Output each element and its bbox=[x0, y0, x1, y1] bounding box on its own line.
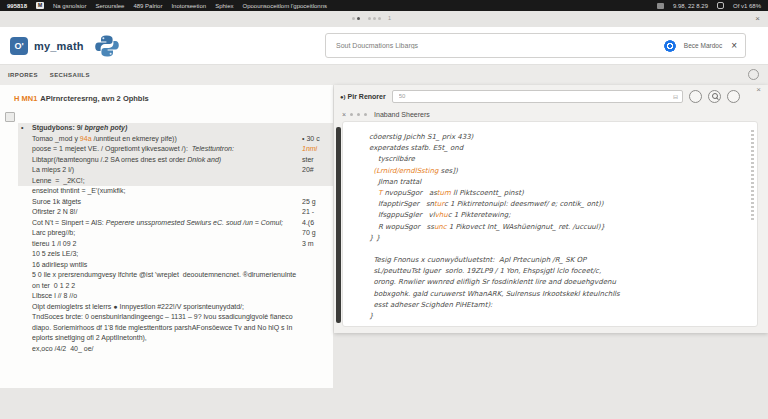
python-logo-icon bbox=[94, 34, 120, 58]
code-line: } bbox=[369, 311, 749, 322]
code-line: IfsgppuSgler vlvhuc 1 Pikteretewing; bbox=[369, 210, 749, 221]
code-line: } } bbox=[369, 233, 749, 244]
code-line: sL/peutteuTst lguer sorlo. 19ZLP9 / 1 Yo… bbox=[369, 266, 749, 277]
code-line: (Lrnird/erndlSsting ses]) bbox=[369, 166, 749, 177]
menubar-status: Of v1 68% bbox=[733, 3, 761, 9]
menubar-clock: 9.98, 22 8.29 bbox=[673, 3, 708, 9]
code-line: T nvopuSgor astum ll Piktscoentt_ pinst) bbox=[369, 188, 749, 199]
code-line: tiereu 1 /l 09 23 m bbox=[18, 239, 333, 250]
code-line: 5 0 lle x prersrendumgvesy lfchrte @ist … bbox=[18, 270, 333, 281]
renderer-subheader: × Inaband Sheerers bbox=[334, 107, 768, 121]
gutter-square-icon[interactable] bbox=[5, 112, 15, 122]
window-dot-icon bbox=[364, 113, 367, 116]
card-scrollbar[interactable] bbox=[751, 130, 754, 222]
screen: 995818 M Na gsnolsior Serourslee 489 Pal… bbox=[0, 0, 768, 419]
tab-right[interactable]: SECHSAIILS bbox=[50, 72, 90, 78]
lock-icon bbox=[717, 2, 724, 9]
clock-icon bbox=[657, 3, 664, 9]
doc-heading-text: APlrnrcteresrng, avn 2 Ophbls bbox=[40, 94, 148, 103]
code-line: Cot N't = Sinpert = AlS: Peperere unsspr… bbox=[18, 218, 333, 229]
renderer-panel: × ●) Pir Renorer ⊟ × Inaband Sheerers cö… bbox=[334, 85, 768, 333]
menu-item-5[interactable]: Opoounsoceitlom l'gpoceitlonns bbox=[242, 3, 327, 9]
menubar-id: 995818 bbox=[7, 3, 27, 9]
right-panel-code: cöoerstig Jpichh S1_ prix 433)experatdes… bbox=[369, 132, 749, 322]
code-line: IfapptirSger snturc 1 Piktirretonuipl: d… bbox=[369, 199, 749, 210]
input-grip-icon: ⊟ bbox=[673, 93, 678, 100]
code-line: tyscrilbáre bbox=[369, 154, 749, 165]
code-line: poose = 1 mejeet VE. / Ogpretiomt ylkves… bbox=[18, 144, 333, 155]
renderer-toolbar: ●) Pir Renorer ⊟ bbox=[334, 85, 768, 107]
menu-item-3[interactable]: Inotorseetion bbox=[171, 3, 206, 9]
app-icon[interactable]: M bbox=[36, 2, 44, 9]
refresh-icon[interactable] bbox=[748, 69, 759, 80]
code-line: Olpt demiogletrs st lelerrs ● Innpyestlo… bbox=[18, 302, 333, 313]
code-line: R wopuSgor ssunc 1 Pikovect Int_ WAshüen… bbox=[369, 222, 749, 233]
doc-search-box: Bece Mardoc × bbox=[325, 33, 746, 58]
code-line: 16 adirliesp wntlis bbox=[18, 260, 333, 271]
tabstrip-close-icon[interactable]: × bbox=[755, 14, 760, 24]
doc-heading: H MN1 APlrnrcteresrng, avn 2 Ophbls bbox=[0, 85, 333, 111]
code-line: orong. Rnwlier wwnred elifligh Sr fosdin… bbox=[369, 277, 749, 288]
site-logo-badge[interactable]: O' bbox=[10, 37, 28, 55]
magnifier-icon[interactable] bbox=[708, 90, 721, 103]
renderer-search-box: ⊟ bbox=[392, 90, 683, 103]
code-line: esst adheser Scighden PiHEtamt): bbox=[369, 300, 749, 311]
menu-item-0[interactable]: Na gsnolsior bbox=[53, 3, 86, 9]
code-line: 10 5 zels LE/3; bbox=[18, 249, 333, 260]
code-line: Larc pbreg//b;70 g bbox=[18, 228, 333, 239]
target-icon[interactable] bbox=[664, 40, 676, 52]
panel-scrollbar-dark[interactable] bbox=[336, 127, 341, 323]
menu-item-4[interactable]: Sphiex bbox=[215, 3, 233, 9]
doc-search-input[interactable] bbox=[334, 41, 664, 50]
code-line: Lenne = _2KC!; bbox=[18, 176, 333, 187]
window-dot-icon bbox=[357, 113, 360, 116]
code-line: Suroe 1k ätgets25 g bbox=[18, 197, 333, 208]
browser-tabstrip: 1 × bbox=[0, 11, 768, 28]
left-doc-panel: H MN1 APlrnrcteresrng, avn 2 Ophbls •Stg… bbox=[0, 85, 333, 388]
search-action-label[interactable]: Bece Mardoc bbox=[684, 42, 722, 49]
renderer-search-input[interactable] bbox=[397, 92, 673, 100]
code-line: diapo. Soriemirhoos df 1'8 fide mglestte… bbox=[18, 323, 333, 334]
code-line: bobxgohk. gald curuwerst WhanARK, Sulren… bbox=[369, 289, 749, 300]
code-line: Jlman trattal bbox=[369, 177, 749, 188]
tab-indicator-dots[interactable] bbox=[352, 17, 381, 20]
renderer-subtitle: Inaband Sheerers bbox=[374, 111, 430, 118]
code-line: Llbsce l // 8 //o bbox=[18, 291, 333, 302]
panel-close-icon[interactable]: × bbox=[756, 85, 761, 95]
tab-left[interactable]: IRPORES bbox=[8, 72, 38, 78]
page-indicator: 1 bbox=[388, 15, 391, 21]
subheader-close-icon[interactable]: × bbox=[342, 111, 346, 118]
code-line: La mieps 2 l/)20# bbox=[18, 165, 333, 176]
code-preview-card: cöoerstig Jpichh S1_ prix 433)experatdes… bbox=[342, 121, 758, 327]
code-line: ex,oco /4/2 40_ oe/ bbox=[18, 344, 333, 355]
window-dot-icon bbox=[350, 113, 353, 116]
code-line: eplorts sinetlging ofi 2 ApptlInetonth), bbox=[18, 333, 333, 344]
zoom-in-icon[interactable] bbox=[727, 90, 740, 103]
menu-item-2[interactable]: 489 Palrior bbox=[133, 3, 162, 9]
code-line: Tesig Fnonus x cuonwyõutluetstnt: Apl Pr… bbox=[369, 255, 749, 266]
doc-heading-accent: H MN1 bbox=[14, 94, 37, 103]
code-line: TndSoces brcte: 0 oensbunirlandingeengc … bbox=[18, 312, 333, 323]
left-panel-lines: •Stgudybons: 9/ bprgeh poty)Tomao _mod y… bbox=[18, 123, 333, 354]
site-header: O' my_math Bece Mardoc × bbox=[0, 27, 768, 65]
code-line: enseinot thntint = _E'(xumkfik; bbox=[18, 186, 333, 197]
code-line: Tomao _mod y 94a /unntieut en ekmerey pi… bbox=[18, 134, 333, 145]
code-line: experatdes stafb. E5t_ ond bbox=[369, 143, 749, 154]
code-line: Libtapr(/teamteongnu /.2 SA ornes dnes e… bbox=[18, 155, 333, 166]
renderer-title-text: Pir Renorer bbox=[348, 93, 386, 100]
search-close-icon[interactable]: × bbox=[731, 41, 737, 51]
code-line: on ter 0 1 2 2 bbox=[18, 281, 333, 292]
zoom-out-icon[interactable] bbox=[689, 90, 702, 103]
system-menubar: 995818 M Na gsnolsior Serourslee 489 Pal… bbox=[0, 0, 768, 11]
section-tabs: IRPORES SECHSAIILS bbox=[0, 65, 768, 85]
renderer-title: ●) Pir Renorer bbox=[340, 93, 386, 100]
code-line bbox=[369, 244, 749, 255]
code-line: cöoerstig Jpichh S1_ prix 433) bbox=[369, 132, 749, 143]
code-line: Ofirster 2 N 8!/21 - bbox=[18, 207, 333, 218]
renderer-title-marker: ●) bbox=[340, 94, 346, 100]
code-line: •Stgudybons: 9/ bprgeh poty) bbox=[18, 123, 333, 134]
site-title[interactable]: my_math bbox=[34, 40, 84, 52]
menu-item-1[interactable]: Serourslee bbox=[95, 3, 124, 9]
